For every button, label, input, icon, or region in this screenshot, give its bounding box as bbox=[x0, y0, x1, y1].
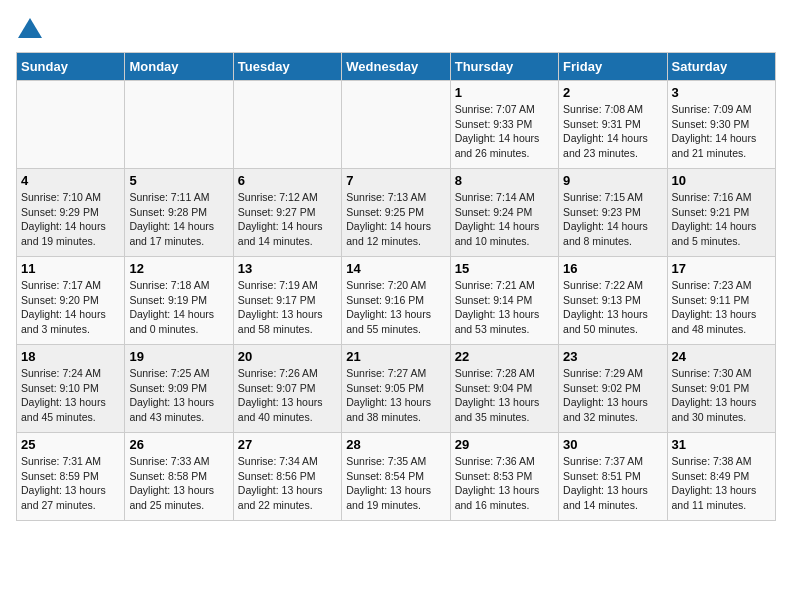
day-info: Sunrise: 7:33 AM Sunset: 8:58 PM Dayligh… bbox=[129, 454, 228, 513]
calendar-cell: 27Sunrise: 7:34 AM Sunset: 8:56 PM Dayli… bbox=[233, 433, 341, 521]
day-number: 13 bbox=[238, 261, 337, 276]
day-header-friday: Friday bbox=[559, 53, 667, 81]
calendar-cell bbox=[125, 81, 233, 169]
day-number: 24 bbox=[672, 349, 771, 364]
calendar-cell bbox=[17, 81, 125, 169]
day-number: 14 bbox=[346, 261, 445, 276]
day-number: 30 bbox=[563, 437, 662, 452]
day-info: Sunrise: 7:36 AM Sunset: 8:53 PM Dayligh… bbox=[455, 454, 554, 513]
day-info: Sunrise: 7:20 AM Sunset: 9:16 PM Dayligh… bbox=[346, 278, 445, 337]
day-info: Sunrise: 7:34 AM Sunset: 8:56 PM Dayligh… bbox=[238, 454, 337, 513]
day-info: Sunrise: 7:31 AM Sunset: 8:59 PM Dayligh… bbox=[21, 454, 120, 513]
day-info: Sunrise: 7:35 AM Sunset: 8:54 PM Dayligh… bbox=[346, 454, 445, 513]
day-number: 1 bbox=[455, 85, 554, 100]
day-info: Sunrise: 7:24 AM Sunset: 9:10 PM Dayligh… bbox=[21, 366, 120, 425]
calendar-cell: 6Sunrise: 7:12 AM Sunset: 9:27 PM Daylig… bbox=[233, 169, 341, 257]
day-number: 16 bbox=[563, 261, 662, 276]
day-header-wednesday: Wednesday bbox=[342, 53, 450, 81]
calendar-cell: 5Sunrise: 7:11 AM Sunset: 9:28 PM Daylig… bbox=[125, 169, 233, 257]
calendar-cell: 23Sunrise: 7:29 AM Sunset: 9:02 PM Dayli… bbox=[559, 345, 667, 433]
day-info: Sunrise: 7:25 AM Sunset: 9:09 PM Dayligh… bbox=[129, 366, 228, 425]
calendar-cell: 28Sunrise: 7:35 AM Sunset: 8:54 PM Dayli… bbox=[342, 433, 450, 521]
day-number: 11 bbox=[21, 261, 120, 276]
calendar-cell: 31Sunrise: 7:38 AM Sunset: 8:49 PM Dayli… bbox=[667, 433, 775, 521]
day-info: Sunrise: 7:19 AM Sunset: 9:17 PM Dayligh… bbox=[238, 278, 337, 337]
calendar-cell bbox=[233, 81, 341, 169]
day-number: 28 bbox=[346, 437, 445, 452]
calendar-cell: 1Sunrise: 7:07 AM Sunset: 9:33 PM Daylig… bbox=[450, 81, 558, 169]
day-number: 5 bbox=[129, 173, 228, 188]
calendar-cell: 16Sunrise: 7:22 AM Sunset: 9:13 PM Dayli… bbox=[559, 257, 667, 345]
day-info: Sunrise: 7:14 AM Sunset: 9:24 PM Dayligh… bbox=[455, 190, 554, 249]
day-info: Sunrise: 7:29 AM Sunset: 9:02 PM Dayligh… bbox=[563, 366, 662, 425]
calendar-cell: 9Sunrise: 7:15 AM Sunset: 9:23 PM Daylig… bbox=[559, 169, 667, 257]
day-header-saturday: Saturday bbox=[667, 53, 775, 81]
calendar-cell: 24Sunrise: 7:30 AM Sunset: 9:01 PM Dayli… bbox=[667, 345, 775, 433]
day-number: 18 bbox=[21, 349, 120, 364]
calendar-cell: 15Sunrise: 7:21 AM Sunset: 9:14 PM Dayli… bbox=[450, 257, 558, 345]
calendar-cell: 14Sunrise: 7:20 AM Sunset: 9:16 PM Dayli… bbox=[342, 257, 450, 345]
day-info: Sunrise: 7:11 AM Sunset: 9:28 PM Dayligh… bbox=[129, 190, 228, 249]
day-info: Sunrise: 7:27 AM Sunset: 9:05 PM Dayligh… bbox=[346, 366, 445, 425]
day-info: Sunrise: 7:28 AM Sunset: 9:04 PM Dayligh… bbox=[455, 366, 554, 425]
calendar-cell: 11Sunrise: 7:17 AM Sunset: 9:20 PM Dayli… bbox=[17, 257, 125, 345]
day-number: 29 bbox=[455, 437, 554, 452]
day-info: Sunrise: 7:07 AM Sunset: 9:33 PM Dayligh… bbox=[455, 102, 554, 161]
day-number: 20 bbox=[238, 349, 337, 364]
day-number: 6 bbox=[238, 173, 337, 188]
day-header-tuesday: Tuesday bbox=[233, 53, 341, 81]
calendar-cell: 13Sunrise: 7:19 AM Sunset: 9:17 PM Dayli… bbox=[233, 257, 341, 345]
day-number: 26 bbox=[129, 437, 228, 452]
calendar-table: SundayMondayTuesdayWednesdayThursdayFrid… bbox=[16, 52, 776, 521]
day-number: 19 bbox=[129, 349, 228, 364]
calendar-week-row: 11Sunrise: 7:17 AM Sunset: 9:20 PM Dayli… bbox=[17, 257, 776, 345]
day-number: 22 bbox=[455, 349, 554, 364]
day-info: Sunrise: 7:12 AM Sunset: 9:27 PM Dayligh… bbox=[238, 190, 337, 249]
calendar-cell: 17Sunrise: 7:23 AM Sunset: 9:11 PM Dayli… bbox=[667, 257, 775, 345]
day-number: 23 bbox=[563, 349, 662, 364]
calendar-cell bbox=[342, 81, 450, 169]
day-header-monday: Monday bbox=[125, 53, 233, 81]
day-number: 9 bbox=[563, 173, 662, 188]
day-number: 3 bbox=[672, 85, 771, 100]
day-info: Sunrise: 7:18 AM Sunset: 9:19 PM Dayligh… bbox=[129, 278, 228, 337]
day-info: Sunrise: 7:09 AM Sunset: 9:30 PM Dayligh… bbox=[672, 102, 771, 161]
day-info: Sunrise: 7:16 AM Sunset: 9:21 PM Dayligh… bbox=[672, 190, 771, 249]
day-number: 15 bbox=[455, 261, 554, 276]
calendar-week-row: 1Sunrise: 7:07 AM Sunset: 9:33 PM Daylig… bbox=[17, 81, 776, 169]
day-info: Sunrise: 7:10 AM Sunset: 9:29 PM Dayligh… bbox=[21, 190, 120, 249]
calendar-cell: 21Sunrise: 7:27 AM Sunset: 9:05 PM Dayli… bbox=[342, 345, 450, 433]
day-number: 10 bbox=[672, 173, 771, 188]
day-info: Sunrise: 7:22 AM Sunset: 9:13 PM Dayligh… bbox=[563, 278, 662, 337]
calendar-cell: 8Sunrise: 7:14 AM Sunset: 9:24 PM Daylig… bbox=[450, 169, 558, 257]
day-info: Sunrise: 7:37 AM Sunset: 8:51 PM Dayligh… bbox=[563, 454, 662, 513]
day-info: Sunrise: 7:13 AM Sunset: 9:25 PM Dayligh… bbox=[346, 190, 445, 249]
calendar-cell: 18Sunrise: 7:24 AM Sunset: 9:10 PM Dayli… bbox=[17, 345, 125, 433]
day-info: Sunrise: 7:21 AM Sunset: 9:14 PM Dayligh… bbox=[455, 278, 554, 337]
day-number: 17 bbox=[672, 261, 771, 276]
page-header bbox=[16, 16, 776, 44]
calendar-cell: 25Sunrise: 7:31 AM Sunset: 8:59 PM Dayli… bbox=[17, 433, 125, 521]
day-number: 8 bbox=[455, 173, 554, 188]
day-number: 4 bbox=[21, 173, 120, 188]
calendar-cell: 26Sunrise: 7:33 AM Sunset: 8:58 PM Dayli… bbox=[125, 433, 233, 521]
calendar-week-row: 18Sunrise: 7:24 AM Sunset: 9:10 PM Dayli… bbox=[17, 345, 776, 433]
calendar-cell: 7Sunrise: 7:13 AM Sunset: 9:25 PM Daylig… bbox=[342, 169, 450, 257]
calendar-cell: 20Sunrise: 7:26 AM Sunset: 9:07 PM Dayli… bbox=[233, 345, 341, 433]
calendar-cell: 30Sunrise: 7:37 AM Sunset: 8:51 PM Dayli… bbox=[559, 433, 667, 521]
day-number: 25 bbox=[21, 437, 120, 452]
calendar-header-row: SundayMondayTuesdayWednesdayThursdayFrid… bbox=[17, 53, 776, 81]
day-info: Sunrise: 7:15 AM Sunset: 9:23 PM Dayligh… bbox=[563, 190, 662, 249]
calendar-week-row: 25Sunrise: 7:31 AM Sunset: 8:59 PM Dayli… bbox=[17, 433, 776, 521]
calendar-cell: 22Sunrise: 7:28 AM Sunset: 9:04 PM Dayli… bbox=[450, 345, 558, 433]
calendar-cell: 19Sunrise: 7:25 AM Sunset: 9:09 PM Dayli… bbox=[125, 345, 233, 433]
day-info: Sunrise: 7:08 AM Sunset: 9:31 PM Dayligh… bbox=[563, 102, 662, 161]
day-info: Sunrise: 7:38 AM Sunset: 8:49 PM Dayligh… bbox=[672, 454, 771, 513]
calendar-week-row: 4Sunrise: 7:10 AM Sunset: 9:29 PM Daylig… bbox=[17, 169, 776, 257]
logo bbox=[16, 16, 48, 44]
svg-marker-0 bbox=[18, 18, 42, 38]
day-info: Sunrise: 7:30 AM Sunset: 9:01 PM Dayligh… bbox=[672, 366, 771, 425]
calendar-cell: 3Sunrise: 7:09 AM Sunset: 9:30 PM Daylig… bbox=[667, 81, 775, 169]
calendar-cell: 2Sunrise: 7:08 AM Sunset: 9:31 PM Daylig… bbox=[559, 81, 667, 169]
day-info: Sunrise: 7:23 AM Sunset: 9:11 PM Dayligh… bbox=[672, 278, 771, 337]
